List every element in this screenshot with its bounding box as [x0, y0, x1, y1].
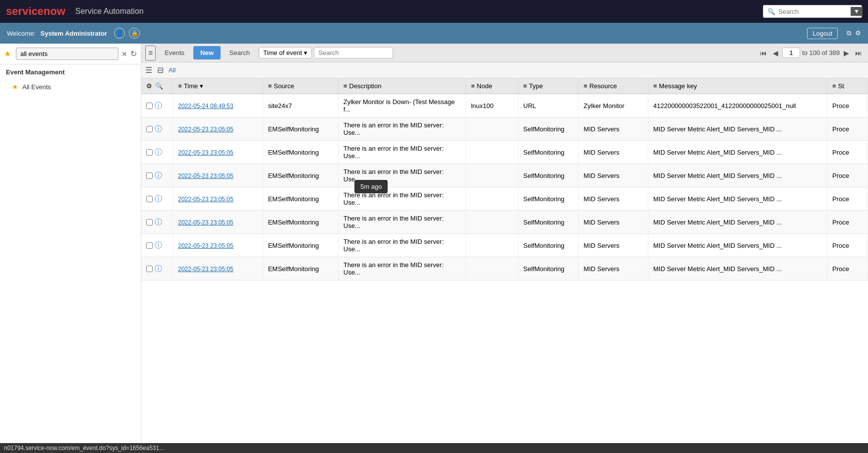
- info-icon[interactable]: ⓘ: [155, 218, 162, 227]
- info-icon[interactable]: ⓘ: [155, 148, 162, 157]
- prev-page-button[interactable]: ◀: [771, 48, 780, 58]
- row-checkbox[interactable]: [146, 196, 153, 202]
- col-status-icon: ≡: [832, 82, 836, 90]
- row-time-link[interactable]: 2022-05-23 23:05:05: [178, 149, 233, 156]
- row-description-cell: There is an error in the MID server: Use…: [338, 117, 465, 141]
- logo-service: service: [6, 5, 44, 17]
- content-area: ≡ Events New Search Time of event ▾ ⏮ ◀ …: [141, 44, 868, 453]
- search-icon: 🔍: [767, 8, 775, 15]
- welcome-bar: Welcome: System Administrator 👤 🔒 Logout…: [0, 23, 868, 44]
- row-checkbox[interactable]: [146, 242, 153, 249]
- external-link-icon[interactable]: ⧉: [847, 29, 851, 37]
- row-time-cell: 2022-05-23 23:05:05: [173, 211, 263, 234]
- search-dropdown-button[interactable]: ▼: [851, 7, 863, 16]
- row-description-cell: Zylker Monitor is Down- (Test Message f.…: [338, 94, 465, 117]
- col-header-resource[interactable]: ≡ Resource: [579, 78, 648, 94]
- global-search-box[interactable]: 🔍 ▼: [763, 5, 862, 18]
- time-filter-arrow-icon: ▾: [304, 49, 307, 57]
- sidebar-item-all-events[interactable]: ★ All Events: [0, 80, 141, 94]
- filter-all-button[interactable]: All: [169, 66, 175, 74]
- col-header-node[interactable]: ≡ Node: [466, 78, 518, 94]
- lock-icon[interactable]: 🔒: [129, 28, 140, 39]
- favorite-star-icon[interactable]: ★: [4, 49, 11, 58]
- search-header-icon[interactable]: 🔍: [155, 82, 163, 90]
- col-header-msgkey[interactable]: ≡ Message key: [648, 78, 827, 94]
- row-checkbox[interactable]: [146, 266, 153, 272]
- row-resource-cell: MID Servers: [579, 211, 648, 234]
- row-time-link[interactable]: 2022-05-24 08:49:53: [178, 103, 233, 110]
- all-events-star-icon: ★: [12, 83, 18, 91]
- first-page-button[interactable]: ⏮: [758, 48, 769, 58]
- table-row: ⓘ 2022-05-23 23:05:05 EMSelfMonitoring T…: [141, 211, 868, 234]
- info-icon[interactable]: ⓘ: [155, 194, 162, 204]
- row-node-cell: [466, 164, 518, 187]
- row-checkbox[interactable]: [146, 172, 153, 179]
- row-type-cell: SelfMonitoring: [518, 117, 579, 141]
- row-checkbox[interactable]: [146, 149, 153, 156]
- tab-search-input[interactable]: [314, 47, 393, 58]
- row-node-cell: [466, 234, 518, 257]
- row-time-link[interactable]: 2022-05-23 23:05:05: [178, 266, 233, 273]
- tab-events[interactable]: Events: [158, 46, 191, 59]
- row-msgkey-cell: MID Server Metric Alert_MID Servers_MID …: [648, 141, 827, 164]
- main-layout: ★ ✕ ↻ Event Management ★ All Events ≡ Ev…: [0, 44, 868, 453]
- info-icon[interactable]: ⓘ: [155, 241, 162, 250]
- time-filter-dropdown[interactable]: Time of event ▾: [259, 47, 312, 58]
- info-icon[interactable]: ⓘ: [155, 124, 162, 134]
- row-time-link[interactable]: 2022-05-23 23:05:05: [178, 242, 233, 249]
- row-time-cell: 2022-05-23 23:05:05: [173, 187, 263, 211]
- row-time-link[interactable]: 2022-05-23 23:05:05: [178, 172, 233, 179]
- row-time-cell: 2022-05-24 08:49:53: [173, 94, 263, 117]
- row-status-cell: Proce: [827, 211, 868, 234]
- sidebar-search-area: ★ ✕ ↻: [0, 44, 141, 64]
- row-description-cell: There is an error in the MID server: Use…: [338, 257, 465, 281]
- logout-button[interactable]: Logout: [807, 28, 838, 39]
- row-node-cell: [466, 117, 518, 141]
- page-number-input[interactable]: [782, 48, 800, 58]
- list-view-icon[interactable]: ☰: [145, 65, 152, 75]
- row-actions-cell: ⓘ: [141, 94, 173, 117]
- row-time-link[interactable]: 2022-05-23 23:05:05: [178, 126, 233, 133]
- row-checkbox[interactable]: [146, 126, 153, 132]
- row-checkbox[interactable]: [146, 103, 153, 109]
- row-resource-cell: MID Servers: [579, 141, 648, 164]
- row-node-cell: [466, 141, 518, 164]
- info-icon[interactable]: ⓘ: [155, 171, 162, 180]
- col-header-source[interactable]: ≡ Source: [263, 78, 338, 94]
- col-header-status[interactable]: ≡ St: [827, 78, 868, 94]
- sidebar-item-all-events-label: All Events: [22, 83, 51, 91]
- last-page-button[interactable]: ⏭: [853, 48, 864, 58]
- col-header-actions: ⚙ 🔍: [141, 78, 173, 94]
- tab-new[interactable]: New: [193, 46, 221, 59]
- settings-icon[interactable]: ⚙: [855, 29, 861, 37]
- row-node-cell: [466, 211, 518, 234]
- clear-search-icon[interactable]: ✕: [121, 50, 127, 58]
- user-profile-icon[interactable]: 👤: [114, 28, 125, 39]
- sidebar-search-input[interactable]: [16, 48, 118, 60]
- col-time-label: Time: [184, 82, 198, 90]
- col-header-type[interactable]: ≡ Type: [518, 78, 579, 94]
- col-header-time[interactable]: ≡ Time ▾: [173, 78, 263, 94]
- row-msgkey-cell: MID Server Metric Alert_MID Servers_MID …: [648, 187, 827, 211]
- row-type-cell: URL: [518, 94, 579, 117]
- col-header-description[interactable]: ≡ Description: [338, 78, 465, 94]
- info-icon[interactable]: ⓘ: [155, 264, 162, 274]
- row-actions-cell: ⓘ: [141, 257, 173, 281]
- table-header: ⚙ 🔍 ≡ Time ▾: [141, 78, 868, 94]
- row-time-link[interactable]: 2022-05-23 23:05:05: [178, 219, 233, 226]
- row-checkbox[interactable]: [146, 219, 153, 226]
- refresh-search-icon[interactable]: ↻: [130, 49, 137, 58]
- info-icon[interactable]: ⓘ: [155, 101, 162, 111]
- row-status-cell: Proce: [827, 257, 868, 281]
- row-time-link[interactable]: 2022-05-23 23:05:05: [178, 196, 233, 203]
- next-page-button[interactable]: ▶: [842, 48, 851, 58]
- tab-search[interactable]: Search: [223, 46, 257, 59]
- hamburger-menu-button[interactable]: ≡: [145, 46, 156, 60]
- col-msgkey-label: Message key: [659, 82, 697, 90]
- global-search-input[interactable]: [778, 8, 848, 15]
- gear-icon[interactable]: ⚙: [146, 82, 152, 90]
- table-row: ⓘ 2022-05-23 23:05:05 EMSelfMonitoring T…: [141, 141, 868, 164]
- logo-area: servicenow Service Automation: [6, 5, 144, 18]
- filter-icon[interactable]: ⊟: [157, 65, 164, 75]
- col-desc-icon: ≡: [344, 82, 347, 90]
